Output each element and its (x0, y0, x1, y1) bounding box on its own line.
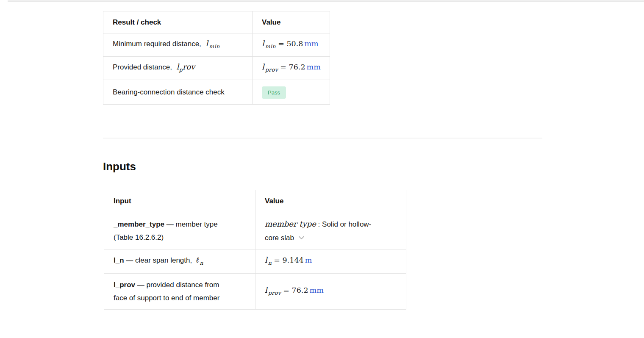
table-row: Minimum required distance, lmin lmin= 50… (103, 33, 330, 57)
equals-value: = 76.2 (280, 63, 305, 71)
inputs-header-input: Input (104, 190, 255, 212)
input-variable-name: l_n (114, 256, 124, 264)
math-value-ln: ln (265, 255, 272, 264)
results-header-result: Result / check (103, 11, 253, 33)
section-divider (103, 138, 542, 139)
math-value-lprov: lprov (262, 62, 278, 71)
table-row: _member_type — member type (Table 16.2.6… (104, 212, 406, 249)
unit-label: mm (304, 39, 318, 48)
input-variable-name: l_prov (114, 281, 135, 289)
equals-value: = 9.144 (274, 256, 303, 264)
inputs-header-row: Input Value (104, 190, 406, 212)
inputs-header-value: Value (255, 190, 406, 212)
result-label-prov-distance: Provided distance, lprov (103, 57, 253, 80)
input-value-member-type[interactable]: member type : Solid or hollow- core slab (255, 212, 406, 249)
input-description: face of support to end of member (114, 294, 219, 302)
results-table: Result / check Value Minimum required di… (103, 11, 330, 105)
results-header-value: Value (253, 11, 330, 33)
math-value-lprov: lprov (265, 285, 281, 294)
input-variable-name: _member_type (114, 220, 164, 228)
result-value-check: Pass (253, 80, 330, 105)
input-label-member-type: _member_type — member type (Table 16.2.6… (104, 212, 255, 249)
result-value-min-distance: lmin= 50.8mm (253, 33, 330, 57)
input-value-ln[interactable]: ln= 9.144m (255, 249, 406, 274)
member-type-selected-option: : Solid or hollow- (318, 220, 372, 228)
math-value-lmin: lmin (262, 39, 276, 48)
math-symbol-ln: ℓn (196, 255, 203, 264)
member-type-selected-option: core slab (265, 234, 294, 242)
top-divider-bar (8, 0, 644, 2)
math-symbol-member-type: member type (265, 219, 316, 228)
result-label-text: Provided distance, (113, 63, 172, 71)
result-label-text: Minimum required distance, (113, 40, 201, 48)
unit-label: m (305, 256, 312, 264)
result-label-min-distance: Minimum required distance, lmin (103, 33, 253, 57)
input-description: (Table 16.2.6.2) (114, 233, 164, 241)
result-label-check: Bearing-connection distance check (103, 80, 253, 105)
equals-value: = 50.8 (278, 39, 303, 48)
input-description: — clear span length, (126, 256, 192, 264)
inputs-heading: Inputs (103, 160, 136, 173)
unit-label: mm (310, 286, 324, 294)
input-description: — member type (167, 220, 218, 228)
input-value-lprov[interactable]: lprov= 76.2mm (255, 274, 406, 310)
table-row: Provided distance, lprov lprov= 76.2mm (103, 57, 330, 80)
chevron-down-icon[interactable] (298, 231, 305, 244)
unit-label: mm (307, 63, 321, 71)
math-symbol-lmin: lmin (206, 39, 220, 48)
table-row: l_prov — provided distance from face of … (104, 274, 406, 310)
status-badge-pass: Pass (262, 86, 286, 99)
input-label-lprov: l_prov — provided distance from face of … (104, 274, 255, 310)
input-label-ln: l_n — clear span length, ℓn (104, 249, 255, 274)
equals-value: = 76.2 (283, 286, 308, 294)
math-symbol-lprov: lprov (177, 62, 195, 71)
results-header-row: Result / check Value (103, 11, 330, 33)
table-row: Bearing-connection distance check Pass (103, 80, 330, 105)
table-row: l_n — clear span length, ℓn ln= 9.144m (104, 249, 406, 274)
result-value-prov-distance: lprov= 76.2mm (253, 57, 330, 80)
inputs-table: Input Value _member_type — member type (… (104, 190, 406, 310)
input-description: — provided distance from (137, 281, 219, 289)
